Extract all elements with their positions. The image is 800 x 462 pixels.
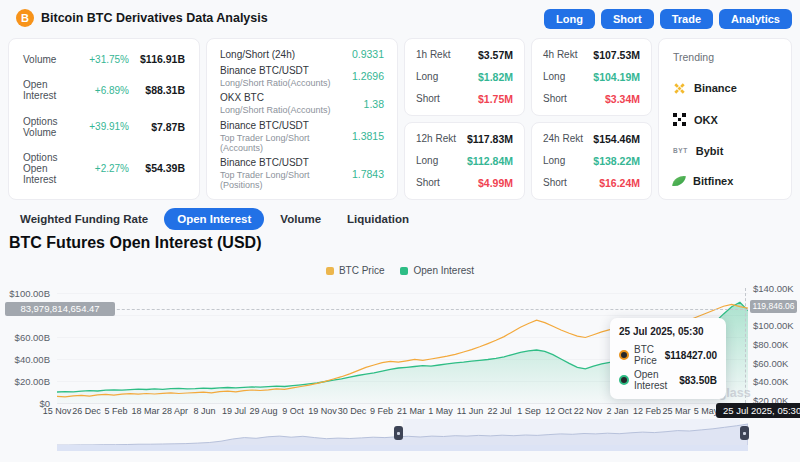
- navigator-baseline-strip: [57, 445, 748, 451]
- rekt-period-label: 24h Rekt: [543, 133, 583, 145]
- rekt-period-label: 12h Rekt: [416, 133, 456, 145]
- tooltip-oi-label: Open Interest: [634, 369, 674, 391]
- x-axis-tick: 22 Jul: [487, 406, 511, 416]
- stat-label: Options Volume: [23, 116, 77, 138]
- tab-volume[interactable]: Volume: [270, 208, 331, 230]
- ratio-labels: Binance BTC/USDTLong/Short Ratio(Account…: [220, 65, 352, 88]
- rekt-short-label: Short: [416, 93, 440, 105]
- x-axis-tick: 25 Mar: [662, 406, 690, 416]
- left-axis-tick: $100.00B: [0, 288, 50, 299]
- legend-item-btc-price[interactable]: BTC Price: [326, 265, 385, 276]
- tooltip-price-label: BTC Price: [634, 344, 660, 366]
- left-axis-tick: $60.00B: [0, 332, 50, 343]
- rekt-total-row: 4h Rekt$107.53M: [543, 49, 640, 61]
- tab-liquidation[interactable]: Liquidation: [337, 208, 419, 230]
- x-axis-tick: 2 Jan: [606, 406, 628, 416]
- summary-cards-row: Volume+31.75%$116.91BOpen Interest+6.89%…: [8, 38, 792, 200]
- navigator-right-handle[interactable]: [740, 426, 749, 440]
- tooltip-date: 25 Jul 2025, 05:30: [619, 326, 717, 337]
- x-axis-tick: 28 Apr: [162, 406, 188, 416]
- ratio-title: Binance BTC/USDT: [220, 65, 352, 76]
- ratio-row-long-short-24h-: Long/Short (24h)0.9331: [220, 48, 384, 60]
- long-short-ratio-card: Long/Short (24h)0.9331Binance BTC/USDTLo…: [206, 38, 398, 200]
- trending-item-bybit[interactable]: BYTBybit: [673, 145, 777, 157]
- x-axis-tick: 26 Dec: [72, 406, 101, 416]
- okx-icon: [673, 113, 686, 126]
- rekt-card-4h-rekt: 4h Rekt$107.53MLong$104.19MShort$3.34M: [531, 38, 652, 116]
- trending-name: Bitfinex: [693, 175, 733, 187]
- ratio-value: 1.7843: [352, 168, 384, 180]
- tab-weighted-funding-rate[interactable]: Weighted Funding Rate: [10, 208, 158, 230]
- legend-label: Open Interest: [413, 265, 474, 276]
- ratio-labels: Binance BTC/USDTTop Trader Long/Short (P…: [220, 157, 352, 190]
- rekt-short-row: Short$16.24M: [543, 177, 640, 189]
- rekt-total-value: $3.57M: [478, 49, 513, 61]
- rekt-total-row: 12h Rekt$117.83M: [416, 133, 513, 145]
- x-axis-tick: 12 Oct: [545, 406, 572, 416]
- stat-label: Volume: [23, 54, 77, 65]
- market-stats-card: Volume+31.75%$116.91BOpen Interest+6.89%…: [8, 38, 200, 200]
- x-axis-tick: 11 Jun: [457, 406, 483, 416]
- stat-value: $88.31B: [129, 84, 185, 96]
- rekt-long-row: Long$112.84M: [416, 155, 513, 167]
- rekt-short-value: $16.24M: [599, 177, 640, 189]
- x-axis-tick: 30 Dec: [338, 406, 367, 416]
- tooltip-price-value: $118427.00: [665, 350, 717, 361]
- right-axis-tick: $140.00K: [753, 283, 794, 294]
- ratio-title: OKX BTC: [220, 92, 364, 103]
- ratio-value: 0.9331: [352, 48, 384, 60]
- rekt-short-label: Short: [543, 93, 567, 105]
- ratio-labels: Long/Short (24h): [220, 49, 352, 60]
- x-axis-tick: 15 Nov: [43, 406, 72, 416]
- stat-value: $7.87B: [129, 121, 185, 133]
- x-axis-tick: 9 Oct: [282, 406, 304, 416]
- ratio-title: Binance BTC/USDT: [220, 157, 352, 168]
- open-interest-bullet-icon: [619, 375, 629, 385]
- rekt-short-row: Short$1.75M: [416, 93, 513, 105]
- trending-item-binance[interactable]: Binance: [673, 82, 777, 95]
- chart-title: BTC Futures Open Interest (USD): [9, 234, 261, 252]
- stat-change: +39.91%: [77, 121, 129, 132]
- crosshair-horizontal-line: [57, 309, 748, 310]
- x-axis-tick: 29 Aug: [249, 406, 277, 416]
- right-axis-tick: $60.00K: [753, 358, 788, 369]
- ratio-row-binance-btc-usdt: Binance BTC/USDTLong/Short Ratio(Account…: [220, 65, 384, 88]
- rekt-long-label: Long: [416, 71, 438, 83]
- trending-item-bitfinex[interactable]: Bitfinex: [673, 175, 777, 187]
- long-button[interactable]: Long: [544, 9, 595, 29]
- right-axis-crosshair-value: 119,846.06: [750, 300, 797, 313]
- x-axis-tick: 1 Sep: [517, 406, 541, 416]
- x-axis-tick: 18 Mar: [131, 406, 159, 416]
- bitcoin-icon: B: [16, 9, 34, 27]
- stat-change: +6.89%: [77, 85, 129, 96]
- page-title: Bitcoin BTC Derivatives Data Analysis: [41, 11, 268, 25]
- short-button[interactable]: Short: [601, 9, 654, 29]
- ratio-value: 1.38: [364, 98, 384, 110]
- header-actions: LongShortTradeAnalytics: [544, 9, 792, 29]
- analytics-button[interactable]: Analytics: [719, 9, 792, 29]
- tab-open-interest[interactable]: Open Interest: [164, 208, 264, 230]
- trade-button[interactable]: Trade: [660, 9, 713, 29]
- trending-name: Binance: [694, 82, 737, 94]
- x-axis-tick: 5 May: [694, 406, 719, 416]
- rekt-long-value: $138.22M: [593, 155, 640, 167]
- derivatives-dashboard: B Bitcoin BTC Derivatives Data Analysis …: [0, 0, 800, 462]
- stat-value: $54.39B: [129, 162, 185, 174]
- rekt-long-label: Long: [543, 71, 565, 83]
- x-axis-tick: 9 Feb: [370, 406, 393, 416]
- ratio-subtitle: Top Trader Long/Short (Positions): [220, 170, 352, 190]
- right-axis-tick: $40.00K: [753, 376, 788, 387]
- stat-value: $116.91B: [129, 53, 185, 65]
- ratio-title: Binance BTC/USDT: [220, 120, 352, 131]
- rekt-long-label: Long: [416, 155, 438, 167]
- navigator-left-handle[interactable]: [394, 426, 403, 440]
- stat-change: +31.75%: [77, 54, 129, 65]
- ratio-row-binance-btc-usdt: Binance BTC/USDTTop Trader Long/Short (A…: [220, 120, 384, 153]
- x-axis-tick: 19 Nov: [308, 406, 337, 416]
- left-axis-tick: $20.00B: [0, 376, 50, 387]
- trending-item-okx[interactable]: OKX: [673, 113, 777, 126]
- ratio-subtitle: Long/Short Ratio(Accounts): [220, 78, 352, 88]
- tooltip-row-oi: Open Interest $83.50B: [619, 369, 717, 391]
- legend-item-open-interest[interactable]: Open Interest: [400, 265, 474, 276]
- rekt-long-value: $112.84M: [467, 155, 513, 167]
